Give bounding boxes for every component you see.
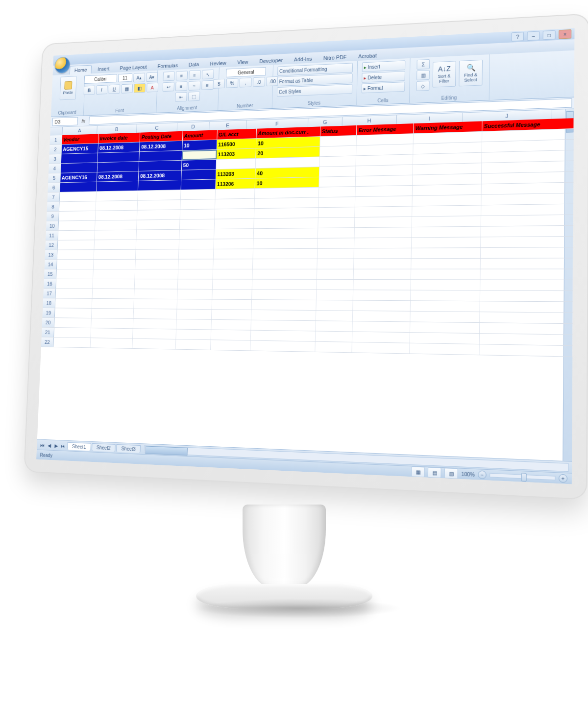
cell[interactable] [137, 210, 180, 219]
cell[interactable] [480, 290, 573, 301]
cell[interactable] [318, 197, 356, 207]
cell[interactable]: 10 [182, 140, 217, 150]
cell[interactable] [410, 322, 480, 333]
cell[interactable] [136, 240, 179, 249]
cell[interactable] [137, 230, 180, 240]
align-right-button[interactable]: ≡ [201, 80, 214, 90]
row-header[interactable]: 21 [42, 328, 54, 337]
cell[interactable] [481, 247, 573, 258]
row-header[interactable]: 9 [47, 212, 59, 221]
cell[interactable] [91, 328, 133, 338]
cell[interactable] [91, 338, 133, 348]
column-header-D[interactable]: D [177, 122, 210, 131]
clear-button[interactable]: ◇ [416, 81, 430, 91]
cell[interactable] [177, 299, 212, 309]
cell[interactable] [178, 279, 213, 289]
row-header[interactable]: 19 [42, 308, 55, 317]
column-header-G[interactable]: G [308, 117, 343, 127]
cell[interactable] [318, 217, 355, 228]
cell[interactable] [59, 192, 97, 201]
merge-button[interactable]: ⬚ [188, 92, 200, 101]
row-header[interactable]: 2 [49, 145, 62, 154]
cell[interactable] [91, 318, 134, 328]
row-header[interactable]: 3 [49, 154, 61, 164]
cell[interactable] [211, 310, 251, 320]
cell[interactable] [318, 248, 355, 258]
cell[interactable] [411, 269, 480, 280]
row-header[interactable]: 14 [45, 260, 57, 269]
cell[interactable] [355, 217, 412, 227]
row-header[interactable]: 18 [43, 298, 55, 308]
cell[interactable] [136, 260, 179, 269]
row-header[interactable]: 5 [48, 173, 60, 183]
cell[interactable] [410, 333, 480, 344]
cell[interactable] [414, 132, 482, 144]
cell[interactable] [317, 290, 354, 300]
zoom-out-button[interactable]: − [478, 470, 487, 479]
cell[interactable] [412, 237, 481, 247]
cell[interactable] [175, 339, 211, 350]
currency-button[interactable]: $ [213, 79, 225, 89]
cell[interactable]: Invoice date [98, 133, 141, 143]
cell[interactable] [354, 238, 412, 248]
cell[interactable] [58, 230, 95, 240]
cell[interactable] [94, 260, 136, 269]
cell[interactable]: Successful Message [482, 118, 574, 131]
cell-styles-button[interactable]: Cell Styles [277, 84, 352, 97]
cell[interactable] [214, 219, 254, 229]
tab-data[interactable]: Data [184, 60, 203, 69]
cell[interactable]: 10 [256, 137, 320, 148]
cell[interactable] [318, 238, 355, 248]
cell[interactable] [181, 190, 216, 200]
cell[interactable] [355, 196, 413, 207]
cell[interactable] [98, 162, 140, 172]
cell[interactable] [140, 151, 182, 161]
cell[interactable] [411, 290, 481, 301]
format-cells-button[interactable]: ▸Format [362, 82, 405, 93]
cell[interactable]: 08.12.2008 [97, 171, 139, 182]
cell[interactable] [319, 166, 356, 177]
cell[interactable] [315, 342, 352, 353]
row-header[interactable]: 7 [48, 193, 60, 202]
decrease-indent-button[interactable]: ⇤ [175, 92, 187, 102]
cell[interactable] [135, 279, 178, 289]
cell[interactable] [180, 199, 215, 209]
cell[interactable]: Error Message [357, 123, 414, 135]
cell[interactable] [252, 289, 317, 300]
cell[interactable] [138, 190, 181, 200]
cell[interactable] [96, 191, 138, 201]
align-middle-button[interactable]: ≡ [175, 71, 187, 80]
cell[interactable] [55, 289, 93, 298]
cell[interactable] [413, 163, 482, 175]
row-header[interactable]: 8 [47, 202, 60, 211]
cell[interactable] [59, 211, 96, 221]
cell[interactable]: 08.12.2008 [139, 170, 182, 181]
tab-insert[interactable]: Insert [93, 64, 114, 73]
cell[interactable] [133, 319, 176, 329]
fx-icon[interactable]: fx [79, 118, 87, 124]
cell[interactable] [215, 199, 255, 209]
cell[interactable] [411, 312, 480, 322]
cell[interactable]: Amount [183, 130, 218, 140]
zoom-slider[interactable] [490, 473, 555, 481]
help-icon[interactable]: ? [511, 32, 524, 42]
cell[interactable] [54, 328, 91, 337]
cell[interactable] [211, 340, 251, 350]
cell[interactable] [59, 201, 96, 211]
cell[interactable]: 113206 [216, 179, 255, 189]
cell[interactable] [213, 259, 253, 269]
cell[interactable] [61, 163, 98, 173]
zoom-in-button[interactable]: + [559, 474, 567, 483]
cell[interactable] [215, 189, 255, 199]
cell[interactable] [137, 220, 180, 230]
cell[interactable] [60, 182, 97, 192]
cell[interactable] [252, 300, 317, 310]
cell[interactable]: 50 [182, 160, 217, 170]
maximize-button[interactable]: □ [543, 30, 556, 40]
cell[interactable] [481, 215, 574, 226]
comma-button[interactable]: , [240, 77, 252, 87]
cell[interactable] [480, 334, 573, 345]
row-header[interactable]: 10 [46, 221, 59, 231]
cell[interactable] [320, 146, 357, 157]
cell[interactable] [413, 184, 482, 195]
